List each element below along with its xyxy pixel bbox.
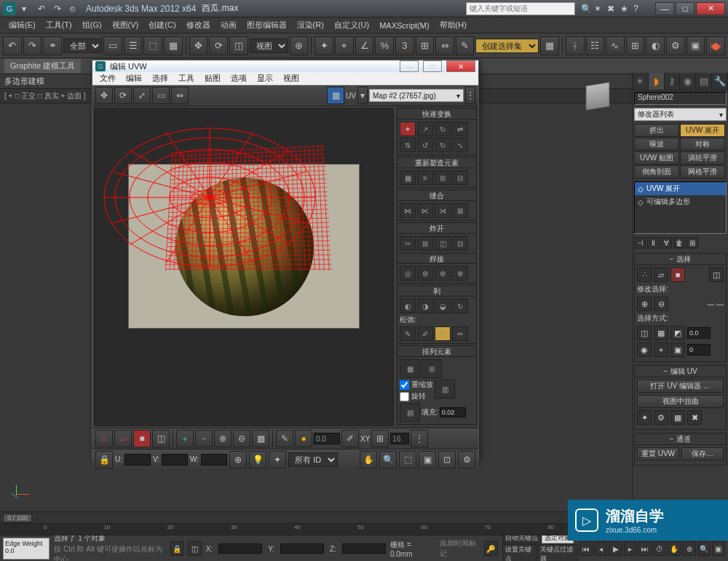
bot-element-icon[interactable]: ◫ xyxy=(152,430,170,447)
config-icon[interactable]: ⊞ xyxy=(687,237,698,248)
weld-4-icon[interactable]: ⊗ xyxy=(452,266,468,280)
mod-extrude[interactable]: 挤出 xyxy=(634,124,679,137)
bot-edge-icon[interactable]: ▱ xyxy=(114,430,132,447)
uvw-move-icon[interactable]: ✥ xyxy=(95,87,113,104)
object-name-field[interactable]: Sphere002 xyxy=(634,92,727,105)
window-crossing-button[interactable]: ▦ xyxy=(164,36,183,55)
mirror2-button[interactable]: ⟊ xyxy=(566,36,585,55)
peel-2-icon[interactable]: ◑ xyxy=(417,299,433,313)
render-button[interactable]: 🫖 xyxy=(706,36,725,55)
bot-paint-icon[interactable]: ✎ xyxy=(276,430,293,447)
lock-selection-icon[interactable]: 🔒 xyxy=(170,541,183,556)
bot-grow-icon[interactable]: ＋ xyxy=(176,430,194,447)
sel-by-5-icon[interactable]: ⌖ xyxy=(654,342,668,357)
uv-grid[interactable] xyxy=(166,145,326,269)
redo-icon[interactable]: ↷ xyxy=(54,4,64,14)
render-frame-button[interactable]: ▣ xyxy=(687,36,705,55)
v-field[interactable] xyxy=(162,454,188,466)
play-icon[interactable]: ▶ xyxy=(609,541,622,556)
pencil-icon[interactable]: ✎ xyxy=(456,36,475,55)
explode-1-icon[interactable]: ✂ xyxy=(400,236,416,251)
render-setup-button[interactable]: ⚙ xyxy=(666,36,685,55)
bot2-hand-icon[interactable]: ✋ xyxy=(360,451,377,468)
rect-select-button[interactable]: ⬚ xyxy=(143,36,162,55)
reshape-2-icon[interactable]: ≡ xyxy=(417,170,433,185)
select-name-button[interactable]: ☰ xyxy=(124,36,143,55)
menu-customize[interactable]: 自定义(U) xyxy=(330,18,373,32)
uvw-map-dropdown[interactable]: Map #2 (27657.jpg)▾ xyxy=(369,89,464,102)
shrink-icon[interactable]: ⊖ xyxy=(654,297,668,311)
goto-start-icon[interactable]: ⏮ xyxy=(579,541,593,556)
rotate-check[interactable]: 旋转 xyxy=(400,391,433,401)
add-time-tag[interactable]: 添加时间标记 xyxy=(440,538,480,559)
exchange-icon[interactable]: ✖ xyxy=(607,4,617,14)
pin-stack-icon[interactable]: ⊣ xyxy=(634,237,646,248)
bot2-opts-icon[interactable]: ⚙ xyxy=(458,451,475,468)
explode-2-icon[interactable]: ⊞ xyxy=(417,236,433,251)
prev-frame-icon[interactable]: ◂ xyxy=(594,541,607,556)
arrange-2-icon[interactable]: ⊞ xyxy=(422,359,442,378)
uvw-menu-map[interactable]: 贴图 xyxy=(200,72,225,85)
bot2-zoom-icon[interactable]: 🔍 xyxy=(379,451,397,468)
stitch-3-icon[interactable]: ⋊ xyxy=(435,203,451,218)
uvw-menu-view[interactable]: 视图 xyxy=(279,72,304,85)
mod-symmetry[interactable]: 对称 xyxy=(680,138,725,151)
relax-1-icon[interactable]: ✎ xyxy=(400,326,416,341)
cmd-tab-utilities[interactable]: 🔧 xyxy=(712,73,728,90)
next-frame-icon[interactable]: ▸ xyxy=(624,541,637,556)
remove-mod-icon[interactable]: 🗑 xyxy=(673,237,685,248)
uvw-menu-tools[interactable]: 工具 xyxy=(174,72,199,85)
close-button[interactable]: ✕ xyxy=(696,2,725,15)
snap-button[interactable]: ⌖ xyxy=(335,36,354,55)
key-filter-button[interactable]: 关键点过滤器 xyxy=(537,544,578,561)
undo-icon[interactable]: ↶ xyxy=(38,4,48,14)
quick-2-icon[interactable]: ↻ xyxy=(435,122,451,136)
arrange-4-icon[interactable]: ▤ xyxy=(400,403,420,422)
view-cube[interactable] xyxy=(577,77,619,119)
minimize-button[interactable]: — xyxy=(655,2,674,15)
quick-4-icon[interactable]: ⇅ xyxy=(400,138,416,152)
bot-ring-icon[interactable]: ⊕ xyxy=(214,430,232,447)
sel-by-1-icon[interactable]: ◫ xyxy=(637,326,652,340)
signin-icon[interactable]: ✶ xyxy=(594,4,604,14)
bot-spin-end[interactable] xyxy=(390,433,409,444)
uvw-menu-file[interactable]: 文件 xyxy=(95,72,120,85)
uv-ic-1[interactable]: ✦ xyxy=(637,410,652,425)
bot-shrink-icon[interactable]: − xyxy=(195,430,213,447)
menu-edit[interactable]: 编辑(E) xyxy=(4,18,40,32)
menu-help[interactable]: 帮助(H) xyxy=(435,18,471,32)
w-field[interactable] xyxy=(201,454,227,466)
layer-button[interactable]: ☷ xyxy=(586,36,605,55)
modifier-stack[interactable]: ◇UVW 展开 ◇可编辑多边形 xyxy=(634,181,727,234)
mod-noise[interactable]: 噪波 xyxy=(634,138,679,151)
uvw-menu-display[interactable]: 显示 xyxy=(253,72,277,85)
relax-2-icon[interactable]: ✐ xyxy=(417,326,433,341)
weld-2-icon[interactable]: ⊛ xyxy=(417,266,433,280)
stitch-4-icon[interactable]: ⊠ xyxy=(452,203,468,218)
menu-modifiers[interactable]: 修改器 xyxy=(182,18,215,32)
uvw-minimize-button[interactable]: — xyxy=(400,60,419,72)
menu-animation[interactable]: 动画 xyxy=(216,18,241,32)
sub-vertex-icon[interactable]: ∴ xyxy=(637,267,652,282)
nav-orbit-icon[interactable]: ⊕ xyxy=(682,541,695,556)
quick-3-icon[interactable]: ⇄ xyxy=(452,122,468,136)
uvw-mirror-icon[interactable]: ⇔ xyxy=(171,87,189,104)
sel-by-4-icon[interactable]: ◉ xyxy=(637,342,652,357)
bot-vertex-icon[interactable]: ∴ xyxy=(95,430,113,447)
bot-face-icon[interactable]: ■ xyxy=(133,430,151,447)
undo-button[interactable]: ↶ xyxy=(3,36,22,55)
cmd-tab-modify[interactable]: ◗ xyxy=(649,73,665,90)
y-field[interactable] xyxy=(280,544,324,554)
bot-opts-icon[interactable]: ⋮ xyxy=(411,430,428,447)
reshape-3-icon[interactable]: ⊞ xyxy=(435,170,451,185)
stitch-2-icon[interactable]: ⋉ xyxy=(417,203,433,218)
material-editor-button[interactable]: ◐ xyxy=(646,36,665,55)
bot2-x-icon[interactable]: ✦ xyxy=(269,451,286,468)
link-icon[interactable]: ⎋ xyxy=(70,4,80,14)
open-uv-editor-button[interactable]: 打开 UV 编辑器 … xyxy=(637,380,724,393)
named-selection[interactable]: 创建选择集 xyxy=(475,39,539,53)
uvw-freeform-icon[interactable]: ▭ xyxy=(152,87,170,104)
key-icon[interactable]: 🔑 xyxy=(484,541,497,556)
stitch-1-icon[interactable]: ⋈ xyxy=(400,203,416,218)
tweak-in-view-button[interactable]: 视图中扭曲 xyxy=(637,395,724,408)
